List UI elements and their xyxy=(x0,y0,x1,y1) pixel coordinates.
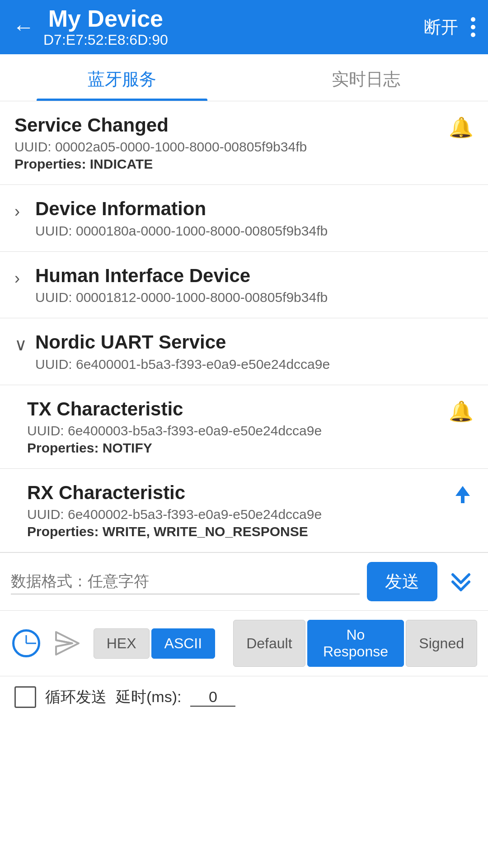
send-input[interactable] xyxy=(11,569,360,594)
service-item-device-information[interactable]: › Device Information UUID: 0000180a-0000… xyxy=(0,185,488,251)
service-header: › Device Information UUID: 0000180a-0000… xyxy=(14,198,474,238)
svg-marker-0 xyxy=(455,486,470,503)
dot2 xyxy=(471,25,475,29)
dot3 xyxy=(471,33,475,37)
clock-hand-minute xyxy=(26,643,36,644)
bell-icon[interactable]: 🔔 xyxy=(449,116,474,139)
characteristic-header: RX Characteristic UUID: 6e400002-b5a3-f3… xyxy=(27,481,474,539)
page-title: My Device xyxy=(48,6,163,32)
loop-label: 循环发送 xyxy=(45,687,107,708)
service-uuid: UUID: 00001812-0000-1000-8000-00805f9b34… xyxy=(35,290,328,305)
service-info: Human Interface Device UUID: 00001812-00… xyxy=(35,264,328,305)
send-icon-button[interactable] xyxy=(52,627,82,660)
options-bar: HEX ASCII Default No Response Signed xyxy=(0,611,488,676)
service-properties: Properties: INDICATE xyxy=(14,156,307,172)
characteristic-header: TX Characteristic UUID: 6e400003-b5a3-f3… xyxy=(27,398,474,456)
service-name: Device Information xyxy=(35,198,328,220)
response-no-response-button[interactable]: No Response xyxy=(307,620,404,667)
response-group: Default No Response Signed xyxy=(233,620,477,667)
characteristic-name: RX Characteristic xyxy=(27,481,322,504)
service-item-service-changed: Service Changed UUID: 00002a05-0000-1000… xyxy=(0,101,488,185)
service-uuid: UUID: 6e400001-b5a3-f393-e0a9-e50e24dcca… xyxy=(35,357,330,372)
characteristic-info: RX Characteristic UUID: 6e400002-b5a3-f3… xyxy=(27,481,322,539)
svg-marker-1 xyxy=(56,632,79,655)
delay-input[interactable] xyxy=(190,688,235,707)
service-info: Service Changed UUID: 00002a05-0000-1000… xyxy=(14,114,307,172)
send-button[interactable]: 发送 xyxy=(367,562,437,601)
chevron-right-icon: › xyxy=(14,202,27,221)
expand-down-button[interactable] xyxy=(445,567,477,596)
chevron-down-icon: ∨ xyxy=(14,335,27,354)
bell-icon[interactable]: 🔔 xyxy=(449,400,474,423)
loop-bar: 循环发送 延时(ms): xyxy=(0,676,488,718)
service-header-left: Service Changed UUID: 00002a05-0000-1000… xyxy=(14,114,449,172)
loop-checkbox[interactable] xyxy=(14,686,36,708)
format-hex-button[interactable]: HEX xyxy=(94,628,150,659)
service-header: ∨ Nordic UART Service UUID: 6e400001-b5a… xyxy=(14,331,474,372)
tab-realtime-log[interactable]: 实时日志 xyxy=(244,54,488,101)
header-left: ← My Device D7:E7:52:E8:6D:90 xyxy=(13,6,168,48)
chevron-right-icon: › xyxy=(14,269,27,288)
service-header: › Human Interface Device UUID: 00001812-… xyxy=(14,264,474,305)
characteristic-item-rx: RX Characteristic UUID: 6e400002-b5a3-f3… xyxy=(0,469,488,552)
service-uuid: UUID: 0000180a-0000-1000-8000-00805f9b34… xyxy=(35,223,328,239)
service-header-left: › Human Interface Device UUID: 00001812-… xyxy=(14,264,474,305)
dot1 xyxy=(471,17,475,22)
more-options-button[interactable] xyxy=(471,17,475,37)
service-name: Nordic UART Service xyxy=(35,331,330,354)
service-name: Service Changed xyxy=(14,114,307,137)
disconnect-button[interactable]: 断开 xyxy=(424,16,458,39)
characteristic-uuid: UUID: 6e400003-b5a3-f393-e0a9-e50e24dcca… xyxy=(27,423,322,439)
characteristic-properties: Properties: WRITE, WRITE_NO_RESPONSE xyxy=(27,524,322,539)
device-address: D7:E7:52:E8:6D:90 xyxy=(43,32,168,48)
format-group: HEX ASCII xyxy=(94,628,215,659)
clock-icon xyxy=(12,629,40,657)
send-icon xyxy=(54,630,81,657)
service-info: Device Information UUID: 0000180a-0000-1… xyxy=(35,198,328,238)
service-name: Human Interface Device xyxy=(35,264,328,287)
clock-icon-button[interactable] xyxy=(11,627,41,660)
service-header-left: › Device Information UUID: 0000180a-0000… xyxy=(14,198,474,238)
service-item-human-interface-device[interactable]: › Human Interface Device UUID: 00001812-… xyxy=(0,252,488,318)
app-header: ← My Device D7:E7:52:E8:6D:90 断开 xyxy=(0,0,488,54)
service-header-left: ∨ Nordic UART Service UUID: 6e400001-b5a… xyxy=(14,331,474,372)
delay-label: 延时(ms): xyxy=(116,687,181,708)
service-info: Nordic UART Service UUID: 6e400001-b5a3-… xyxy=(35,331,330,372)
characteristic-properties: Properties: NOTIFY xyxy=(27,440,322,456)
service-list: Service Changed UUID: 00002a05-0000-1000… xyxy=(0,101,488,552)
service-item-nordic-uart[interactable]: ∨ Nordic UART Service UUID: 6e400001-b5a… xyxy=(0,318,488,385)
response-signed-button[interactable]: Signed xyxy=(406,620,477,667)
service-uuid: UUID: 00002a05-0000-1000-8000-00805f9b34… xyxy=(14,139,307,155)
upload-icon[interactable] xyxy=(450,483,474,509)
characteristic-uuid: UUID: 6e400002-b5a3-f393-e0a9-e50e24dcca… xyxy=(27,507,322,522)
format-ascii-button[interactable]: ASCII xyxy=(151,628,216,659)
send-bar: 发送 xyxy=(0,552,488,611)
characteristic-name: TX Characteristic xyxy=(27,398,322,420)
tab-bar: 蓝牙服务 实时日志 xyxy=(0,54,488,101)
header-right: 断开 xyxy=(424,16,475,39)
header-title-block: My Device D7:E7:52:E8:6D:90 xyxy=(43,6,168,48)
characteristic-info: TX Characteristic UUID: 6e400003-b5a3-f3… xyxy=(27,398,322,456)
characteristic-item-tx: TX Characteristic UUID: 6e400003-b5a3-f3… xyxy=(0,385,488,469)
response-default-button[interactable]: Default xyxy=(233,620,305,667)
service-header: Service Changed UUID: 00002a05-0000-1000… xyxy=(14,114,474,172)
tab-bluetooth-service[interactable]: 蓝牙服务 xyxy=(0,54,244,101)
svg-line-2 xyxy=(56,640,72,643)
back-button[interactable]: ← xyxy=(13,16,34,38)
